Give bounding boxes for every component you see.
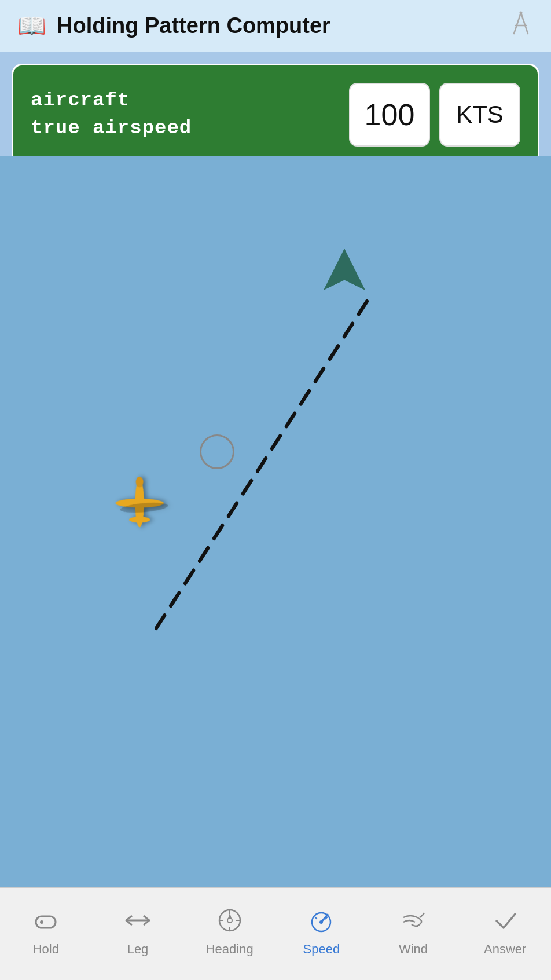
- svg-rect-11: [36, 916, 56, 928]
- speed-icon: [307, 906, 336, 937]
- svg-point-8: [129, 517, 150, 522]
- speed-inputs-group: 100 KTS: [349, 83, 520, 147]
- answer-icon: [491, 906, 520, 937]
- map-area: [0, 156, 551, 887]
- header-left: 📖 Holding Pattern Computer: [17, 12, 330, 39]
- leg-label: Leg: [127, 942, 149, 957]
- waypoint-circle: [200, 434, 234, 469]
- nav-item-answer[interactable]: Answer: [459, 906, 551, 957]
- wind-label: Wind: [399, 942, 428, 957]
- heading-icon: [215, 906, 244, 937]
- svg-line-24: [315, 917, 317, 919]
- compass-draw-icon[interactable]: [508, 10, 534, 41]
- nav-item-hold[interactable]: Hold: [0, 906, 92, 957]
- heading-label: Heading: [206, 942, 254, 957]
- hold-icon: [31, 906, 60, 937]
- answer-label: Answer: [484, 942, 526, 957]
- book-icon[interactable]: 📖: [17, 12, 46, 39]
- hold-label: Hold: [33, 942, 59, 957]
- nav-item-leg[interactable]: Leg: [92, 906, 184, 957]
- svg-point-23: [319, 920, 323, 924]
- svg-point-15: [227, 918, 232, 923]
- speed-unit-selector[interactable]: KTS: [439, 83, 520, 147]
- wind-icon: [399, 906, 428, 937]
- svg-line-0: [514, 13, 521, 34]
- navigation-arrow: [321, 246, 368, 292]
- nav-item-heading[interactable]: Heading: [183, 906, 276, 957]
- speed-card: aircraft true airspeed 100 KTS: [12, 64, 539, 166]
- nav-item-wind[interactable]: Wind: [368, 906, 460, 957]
- app-header: 📖 Holding Pattern Computer: [0, 0, 551, 52]
- svg-point-12: [40, 920, 43, 924]
- svg-point-3: [520, 12, 523, 14]
- bottom-nav: Hold Leg Heading: [0, 887, 551, 980]
- nav-item-speed[interactable]: Speed: [276, 906, 368, 957]
- app-title: Holding Pattern Computer: [57, 13, 330, 38]
- leg-icon: [123, 906, 152, 937]
- svg-line-1: [521, 13, 528, 34]
- flight-path-svg: [0, 156, 551, 887]
- speed-card-label: aircraft true airspeed: [31, 87, 192, 142]
- svg-marker-20: [228, 913, 232, 919]
- speed-value-input[interactable]: 100: [349, 83, 430, 147]
- speed-nav-label: Speed: [303, 942, 340, 957]
- svg-point-9: [136, 477, 144, 487]
- svg-marker-5: [324, 249, 365, 290]
- svg-line-4: [156, 296, 370, 628]
